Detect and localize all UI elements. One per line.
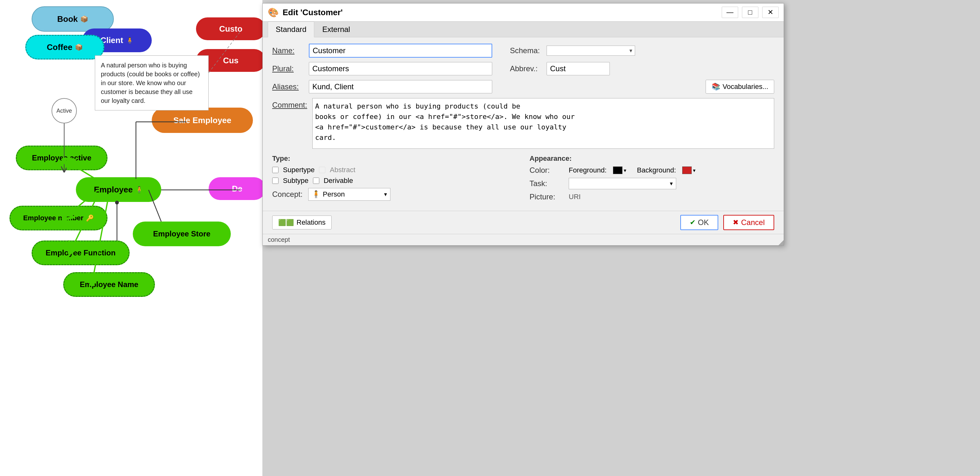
task-label: Task: [530,179,561,188]
employee-person-icon: 🧍 [135,186,143,193]
ok-check-icon: ✔ [690,218,695,227]
customer-1-label: Custo [219,24,242,34]
bg-dropdown-arrow: ▾ [693,168,695,173]
dialog-app-icon: 🎨 [268,7,279,18]
subtype-label: Subtype [283,177,309,185]
employee-active-label: Employee active [32,153,91,162]
node-employee-number[interactable]: Employee number 🔑 [10,206,108,230]
dialog-body: Name: Schema: ▾ Plural: Abbrev.: Aliases… [263,37,784,211]
client-icon: 🧍 [126,37,134,44]
task-arrow: ▾ [670,180,673,187]
edit-dialog: 🎨 Edit 'Customer' — □ ✕ Standard Externa… [262,3,784,246]
node-dept[interactable]: De [208,177,262,200]
tooltip-box: A natural person who is buying products … [95,55,208,110]
comment-row: Comment: A natural person who is buying … [272,98,774,150]
book-label: Book [57,14,78,24]
relations-icon: 🟩🟩 [278,219,294,226]
tooltip-text: A natural person who is buying products … [101,62,200,104]
concept-row: Concept: 🧍 Person ▾ [272,188,517,201]
maximize-button[interactable]: □ [742,6,758,18]
supertype-label: Supertype [283,166,315,174]
cancel-x-icon: ✖ [733,218,738,227]
minimize-button[interactable]: — [722,6,738,18]
name-row: Name: Schema: ▾ [272,44,774,58]
relations-button[interactable]: 🟩🟩 Relations [272,216,332,230]
concept-label: Concept: [272,190,304,199]
comment-textarea[interactable]: A natural person who is buying products … [312,98,774,149]
concept-dropdown[interactable]: 🧍 Person ▾ [308,188,390,201]
picture-value: URI [569,193,581,201]
node-coffee[interactable]: Coffee 📦 [25,35,104,59]
color-row: Color: Foreground: ▾ Background: ▾ [530,166,774,175]
foreground-label: Foreground: [569,166,607,174]
ok-button[interactable]: ✔ OK [680,215,719,230]
aliases-row: Aliases: 📚 Vocabularies... [272,80,774,94]
cancel-label: Cancel [741,218,765,227]
type-label: Type: [272,155,517,163]
node-employee-store[interactable]: Employee Store [133,222,231,246]
supertype-row: Supertype Abstract [272,166,517,174]
tab-external[interactable]: External [314,22,358,37]
ok-label: OK [698,218,709,227]
plural-row: Plural: Abbrev.: [272,62,774,75]
subtype-row: Subtype Derivable [272,177,517,185]
foreground-swatch [613,166,622,174]
supertype-checkbox[interactable] [272,167,278,173]
dept-label: De [232,184,242,194]
tab-standard[interactable]: Standard [268,22,314,37]
coffee-icon: 📦 [75,43,83,51]
relations-btn-label: Relations [296,218,326,227]
type-section: Type: Supertype Abstract Subtype Derivab… [272,155,517,204]
dialog-footer: 🟩🟩 Relations ✔ OK ✖ Cancel [263,211,784,234]
abstract-label: Abstract [330,166,355,174]
node-sale-employee[interactable]: Sale Employee [152,108,253,133]
resize-handle[interactable] [779,240,784,245]
node-employee-name[interactable]: Employee Name [63,272,155,297]
abbrev-label: Abbrev.: [510,64,541,73]
concept-arrow: ▾ [384,191,387,198]
employee-store-label: Employee Store [153,230,210,238]
foreground-color-wrapper[interactable]: ▾ [613,166,626,174]
schema-label: Schema: [510,46,541,55]
schema-dropdown-arrow: ▾ [629,47,632,54]
cancel-button[interactable]: ✖ Cancel [723,215,774,230]
dialog-titlebar: 🎨 Edit 'Customer' — □ ✕ [263,3,784,22]
close-button[interactable]: ✕ [762,6,779,18]
status-text: concept [268,236,290,243]
appearance-section: Appearance: Color: Foreground: ▾ Backgro… [530,155,774,204]
derivable-checkbox[interactable] [313,177,319,184]
employee-name-label: Employee Name [80,280,138,289]
two-col-section: Type: Supertype Abstract Subtype Derivab… [272,155,774,204]
key-icon: 🔑 [86,214,94,222]
picture-row: Picture: URI [530,192,774,201]
vocabularies-btn-label: Vocabularies... [723,83,768,91]
plural-input[interactable] [309,62,492,75]
background-label: Background: [637,166,676,174]
node-employee-function[interactable]: Employee Function [32,241,130,265]
coffee-label: Coffee [47,42,72,52]
abstract-checkbox[interactable] [319,167,325,173]
dialog-title: Edit 'Customer' [283,8,718,18]
plural-label: Plural: [272,64,304,73]
employee-number-label: Employee number [23,214,83,222]
abbrev-input[interactable] [547,62,610,75]
node-book[interactable]: Book 📦 [32,6,114,32]
status-bar: concept [263,234,784,245]
diagram-canvas: Book 📦 Client 🧍 Coffee 📦 Custo Cus A nat… [0,0,262,476]
task-dropdown[interactable]: ▾ [569,178,676,189]
sale-employee-label: Sale Employee [173,115,231,125]
aliases-input[interactable] [309,80,492,93]
node-employee[interactable]: Employee 🧍 [76,177,161,202]
vocabularies-button[interactable]: 📚 Vocabularies... [706,80,774,94]
active-circle: Active [51,98,77,123]
aliases-label: Aliases: [272,82,304,91]
subtype-checkbox[interactable] [272,177,278,184]
node-employee-active[interactable]: Employee active [16,145,108,170]
derivable-label: Derivable [324,177,353,185]
node-customer-1[interactable]: Custo [196,18,262,40]
book-icon: 📦 [80,15,88,23]
name-input[interactable] [309,44,492,58]
background-color-wrapper[interactable]: ▾ [682,166,695,174]
name-label: Name: [272,46,304,55]
schema-dropdown-wrapper[interactable]: ▾ [547,46,635,56]
